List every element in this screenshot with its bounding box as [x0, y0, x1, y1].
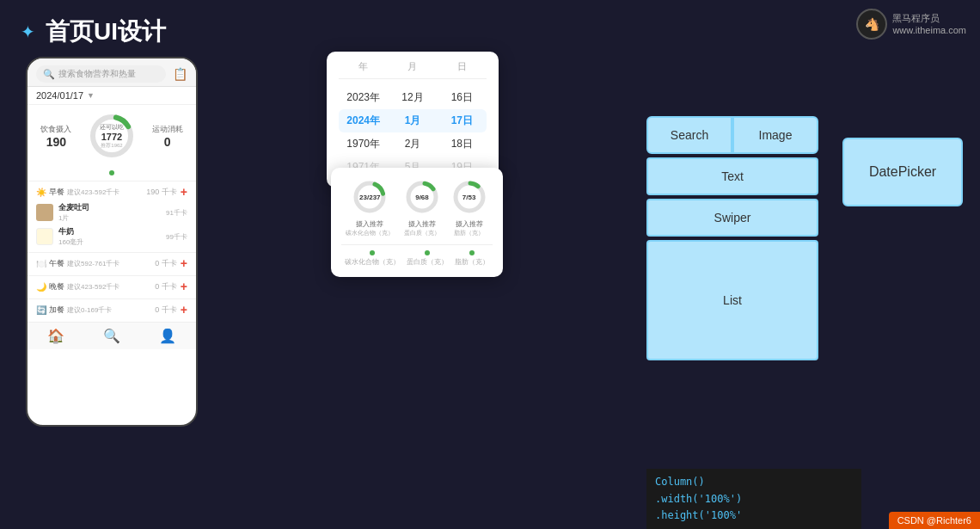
protein-label: 摄入推荐: [403, 219, 441, 229]
cal-year-2: 2024年: [339, 114, 388, 128]
code-area: Column() .width('100%') .height('100%': [646, 469, 861, 529]
nutrition-cards: 23/237 摄入推荐 碳水化合物（克） 9/68 摄入推荐 蛋白质（克）: [341, 178, 493, 237]
breakfast-header: ☀️ 早餐 建议423-592千卡 190 千卡 +: [36, 185, 187, 199]
calendar-row-2[interactable]: 2024年 1月 17日: [339, 109, 487, 132]
page-title: 首页UI设计: [46, 15, 166, 48]
header-icon: ✦: [21, 22, 35, 42]
search-button[interactable]: Search: [646, 116, 732, 154]
dinner-icon: 🌙: [36, 282, 46, 292]
calendar-row-3[interactable]: 1970年 2月 18日: [339, 132, 487, 156]
page-header: ✦ 首页UI设计: [0, 0, 980, 57]
intake-value: 190: [40, 135, 71, 149]
protein-value: 9/68: [415, 194, 429, 201]
calendar-row-1[interactable]: 2023年 12月 16日: [339, 86, 487, 109]
ui-diagram: Search Image Text Swiper List: [646, 116, 818, 360]
fat-value: 7/53: [462, 194, 476, 201]
dinner-section: 🌙 晚餐 建议423-592千卡 0 千卡 +: [28, 275, 196, 298]
notification-icon[interactable]: 📋: [173, 67, 187, 81]
lunch-name: 午餐: [49, 258, 64, 269]
protein-sub: 蛋白质（克）: [403, 229, 441, 237]
breakfast-section: ☀️ 早餐 建议423-592千卡 190 千卡 + 全麦吐司 1片 91千卡: [28, 181, 196, 252]
list-box: List: [646, 240, 818, 360]
fat-bottom-label: 脂肪（克）: [455, 258, 489, 266]
breakfast-add-button[interactable]: +: [181, 185, 187, 199]
toast-info: 全麦吐司 1片: [58, 202, 161, 223]
lunch-add-button[interactable]: +: [181, 256, 187, 270]
nav-home[interactable]: 🏠: [47, 328, 64, 344]
logo-text: 黑马程序员 www.itheima.com: [892, 12, 966, 37]
breakfast-cal-value: 190 千卡: [146, 187, 177, 198]
cal-year-1: 2023年: [339, 90, 388, 105]
lunch-header: 🍽️ 午餐 建议592-761千卡 0 千卡 +: [36, 256, 187, 270]
search-icon: 🔍: [43, 69, 55, 80]
calendar-headers: 年 月 日: [339, 60, 487, 79]
snack-header: 🔄 加餐 建议0-169千卡 0 千卡 +: [36, 303, 187, 317]
fat-dot: [469, 250, 475, 255]
lunch-icon: 🍽️: [36, 259, 46, 268]
cal-month-header: 月: [407, 60, 417, 73]
donut-chart: 还可以吃 1772 推荐1962: [88, 112, 136, 160]
swiper-box: Swiper: [646, 199, 818, 237]
protein-bottom-label: 蛋白质（克）: [407, 258, 448, 266]
breakfast-suggest: 建议423-592千卡: [67, 188, 119, 197]
breakfast-name: 早餐: [49, 187, 64, 198]
phone-search-bar[interactable]: 🔍 搜索食物营养和热量: [36, 65, 166, 83]
milk-cal: 99千卡: [166, 232, 187, 242]
carbs-value: 23/237: [359, 194, 380, 201]
protein-card: 9/68 摄入推荐 蛋白质（克）: [403, 178, 441, 237]
milk-image: [36, 228, 53, 245]
progress-dot: [109, 170, 114, 175]
dinner-add-button[interactable]: +: [181, 280, 187, 293]
donut-center: 还可以吃 1772 推荐1962: [100, 123, 124, 150]
snack-add-button[interactable]: +: [181, 303, 187, 317]
datepicker-box[interactable]: DatePicker: [842, 138, 963, 206]
nutrition-popup: 23/237 摄入推荐 碳水化合物（克） 9/68 摄入推荐 蛋白质（克）: [331, 168, 503, 277]
text-box: Text: [646, 157, 818, 195]
snack-section: 🔄 加餐 建议0-169千卡 0 千卡 +: [28, 298, 196, 322]
food-item-toast[interactable]: 全麦吐司 1片 91千卡: [36, 200, 187, 225]
dinner-cal-value: 0 千卡: [155, 281, 177, 292]
cal-year-3: 1970年: [339, 137, 388, 151]
cal-year-header: 年: [358, 60, 368, 73]
cal-day-2: 17日: [438, 114, 487, 128]
intake-stat: 饮食摄入 190: [40, 124, 71, 149]
intake-label: 饮食摄入: [40, 124, 71, 135]
logo-area: 🐴 黑马程序员 www.itheima.com: [856, 9, 966, 40]
dinner-name: 晚餐: [49, 281, 64, 292]
csdn-badge: CSDN @Richter6: [889, 512, 980, 529]
toast-cal: 91千卡: [166, 208, 187, 218]
phone-header: 🔍 搜索食物营养和热量 📋: [28, 58, 196, 87]
fat-sub: 脂肪（克）: [450, 229, 488, 237]
snack-suggest: 建议0-169千卡: [67, 305, 112, 315]
snack-name: 加餐: [49, 304, 64, 316]
protein-dot: [425, 250, 430, 255]
food-item-milk[interactable]: 牛奶 160毫升 99千卡: [36, 225, 187, 249]
search-placeholder: 搜索食物营养和热量: [58, 68, 136, 80]
code-line-2: .width('100%'): [655, 491, 853, 507]
dinner-header: 🌙 晚餐 建议423-592千卡 0 千卡 +: [36, 280, 187, 293]
cal-day-header: 日: [457, 60, 467, 73]
code-line-3: .height('100%': [655, 507, 853, 524]
lunch-section: 🍽️ 午餐 建议592-761千卡 0 千卡 +: [28, 252, 196, 275]
carbs-donut: 23/237: [351, 178, 389, 216]
exercise-value: 0: [152, 135, 183, 149]
snack-icon: 🔄: [36, 305, 46, 315]
milk-info: 牛奶 160毫升: [58, 226, 161, 247]
phone-date-bar[interactable]: 2024/01/17 ▼: [28, 87, 196, 105]
logo-icon: 🐴: [856, 9, 887, 40]
cal-month-3: 2月: [388, 137, 437, 151]
diagram-top-row: Search Image: [646, 116, 818, 154]
cal-day-1: 16日: [438, 90, 487, 105]
fat-card: 7/53 摄入推荐 脂肪（克）: [450, 178, 488, 237]
code-line-1: Column(): [655, 474, 853, 490]
breakfast-icon: ☀️: [36, 188, 46, 197]
nav-search[interactable]: 🔍: [103, 328, 120, 344]
cal-day-3: 18日: [438, 137, 487, 151]
exercise-stat: 运动消耗 0: [152, 124, 183, 149]
nav-profile[interactable]: 👤: [159, 328, 176, 344]
snack-cal-value: 0 千卡: [155, 304, 177, 316]
dinner-suggest: 建议423-592千卡: [67, 282, 119, 292]
fat-label: 摄入推荐: [450, 219, 488, 229]
image-button[interactable]: Image: [732, 116, 818, 154]
phone-mockup: 🔍 搜索食物营养和热量 📋 2024/01/17 ▼ 饮食摄入 190: [26, 57, 198, 427]
